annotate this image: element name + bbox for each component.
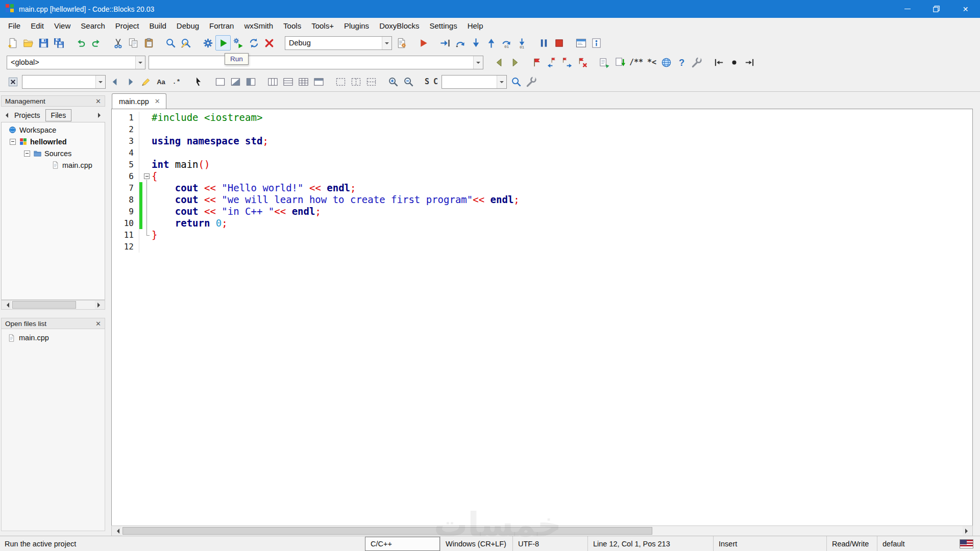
redo-icon[interactable] <box>88 35 104 51</box>
tabs-scroll-left-icon[interactable] <box>2 111 9 119</box>
next-line-icon[interactable] <box>453 35 468 51</box>
cut-icon[interactable] <box>110 35 126 51</box>
tab-projects[interactable]: Projects <box>9 110 45 121</box>
menu-edit[interactable]: Edit <box>26 19 49 32</box>
build-icon[interactable] <box>200 35 215 51</box>
nav-forward-icon[interactable] <box>507 55 522 70</box>
symbol-s-icon[interactable]: S <box>423 77 431 86</box>
rebuild-icon[interactable] <box>246 35 261 51</box>
menu-tools[interactable]: Tools+ <box>306 19 339 32</box>
code-line[interactable]: 9 cout << "in C++ "<< endl; <box>112 206 972 217</box>
close-button[interactable]: ✕ <box>951 0 980 18</box>
clear-search-icon[interactable] <box>5 74 20 89</box>
clear-bookmarks-icon[interactable] <box>575 55 590 70</box>
code-line[interactable]: 12 <box>112 241 972 253</box>
step-into-icon[interactable] <box>468 35 483 51</box>
menu-project[interactable]: Project <box>110 19 144 32</box>
tree-horizontal-scrollbar[interactable] <box>1 300 105 310</box>
menu-file[interactable]: File <box>3 19 26 32</box>
step-into-instruction-icon[interactable]: 01 <box>514 35 529 51</box>
editor-scrollbar-thumb[interactable] <box>122 527 652 535</box>
toggle-bookmark-icon[interactable] <box>529 55 544 70</box>
replace-icon[interactable] <box>178 35 193 51</box>
tabs-scroll-right-icon[interactable] <box>97 111 104 119</box>
code-line[interactable]: 11} <box>112 229 972 241</box>
collapse-expander-icon[interactable] <box>24 151 30 157</box>
doxy-run-icon[interactable] <box>612 55 627 70</box>
various-info-icon[interactable] <box>589 35 604 51</box>
wx-frame-icon[interactable] <box>212 74 228 89</box>
build-target-select[interactable]: Debug <box>285 36 392 50</box>
abort-build-icon[interactable] <box>261 35 277 51</box>
next-instruction-icon[interactable]: 01 <box>499 35 514 51</box>
fold-collapse-icon[interactable] <box>144 173 150 179</box>
prev-bookmark-icon[interactable] <box>544 55 559 70</box>
tab-close-icon[interactable]: ✕ <box>155 98 160 105</box>
chevron-down-icon[interactable] <box>95 76 105 88</box>
symbol-filter[interactable] <box>442 75 507 89</box>
next-bookmark-icon[interactable] <box>559 55 575 70</box>
save-icon[interactable] <box>36 35 51 51</box>
code-line[interactable]: 7 cout << "Hello world!" << endl; <box>112 182 972 194</box>
wx-sizer-v-icon[interactable] <box>280 74 296 89</box>
symbol-search-icon[interactable] <box>508 74 524 89</box>
menu-debug[interactable]: Debug <box>172 19 204 32</box>
code-completion-function[interactable] <box>149 56 483 69</box>
view-html-icon[interactable] <box>658 55 674 70</box>
menu-fortran[interactable]: Fortran <box>204 19 239 32</box>
copy-icon[interactable] <box>126 35 141 51</box>
editor-tab-main-cpp[interactable]: main.cpp ✕ <box>112 93 166 109</box>
highlight-matches-icon[interactable] <box>138 74 153 89</box>
jump-forward-icon[interactable] <box>742 55 757 70</box>
zoom-out-icon[interactable] <box>401 74 416 89</box>
restore-button[interactable] <box>922 0 951 18</box>
tree-item-sources[interactable]: Sources <box>2 147 105 159</box>
tree-item-hellowrled[interactable]: hellowrled <box>2 136 105 147</box>
doxy-line-comment-icon[interactable]: *< <box>645 58 658 67</box>
jump-back-icon[interactable] <box>711 55 726 70</box>
scrollbar-thumb[interactable] <box>12 301 76 309</box>
minimize-button[interactable] <box>893 0 922 18</box>
scroll-right-icon[interactable] <box>95 300 105 309</box>
step-out-icon[interactable] <box>483 35 499 51</box>
code-line[interactable]: 8 cout << "we will learn how to create f… <box>112 194 972 206</box>
search-prev-icon[interactable] <box>107 74 122 89</box>
management-close-icon[interactable]: ✕ <box>95 98 101 105</box>
build-and-run-icon[interactable] <box>231 35 246 51</box>
editor-horizontal-scrollbar[interactable] <box>111 525 973 536</box>
wx-panel-icon[interactable] <box>243 74 258 89</box>
jump-record-icon[interactable] <box>726 55 742 70</box>
wx-dashed-box-icon[interactable] <box>333 74 348 89</box>
code-line[interactable]: 6{ <box>112 170 972 182</box>
chevron-down-icon[interactable] <box>473 56 483 69</box>
stop-debugger-icon[interactable] <box>551 35 567 51</box>
incremental-search[interactable] <box>22 75 106 89</box>
menu-doxyblocks[interactable]: DoxyBlocks <box>374 19 424 32</box>
undo-icon[interactable] <box>73 35 88 51</box>
doxy-help-icon[interactable]: ? <box>674 55 689 70</box>
zoom-in-icon[interactable] <box>385 74 401 89</box>
chevron-down-icon[interactable] <box>382 37 391 49</box>
wx-dashed-flex-icon[interactable] <box>363 74 379 89</box>
code-line[interactable]: 4 <box>112 147 972 159</box>
tab-files[interactable]: Files <box>45 109 72 121</box>
chevron-down-icon[interactable] <box>497 76 506 88</box>
doxy-extract-icon[interactable] <box>597 55 612 70</box>
menu-settings[interactable]: Settings <box>424 19 462 32</box>
pointer-tool-icon[interactable] <box>190 74 206 89</box>
menu-build[interactable]: Build <box>144 19 172 32</box>
break-debugger-icon[interactable] <box>536 35 551 51</box>
editor-scroll-right-icon[interactable] <box>963 526 972 536</box>
tree-item-workspace[interactable]: Workspace <box>2 124 105 136</box>
code-line[interactable]: 10 return 0; <box>112 217 972 229</box>
menu-wxsmith[interactable]: wxSmith <box>239 19 278 32</box>
menu-search[interactable]: Search <box>76 19 110 32</box>
menu-plugins[interactable]: Plugins <box>339 19 374 32</box>
debugging-windows-icon[interactable] <box>573 35 589 51</box>
symbol-c-icon[interactable]: C <box>431 77 440 86</box>
symbol-settings-icon[interactable] <box>524 74 539 89</box>
menu-view[interactable]: View <box>49 19 76 32</box>
match-case-icon[interactable]: Aa <box>153 74 168 89</box>
wx-sizer-h-icon[interactable] <box>265 74 280 89</box>
code-editor[interactable]: 1#include <iostream>23using namespace st… <box>111 109 973 525</box>
